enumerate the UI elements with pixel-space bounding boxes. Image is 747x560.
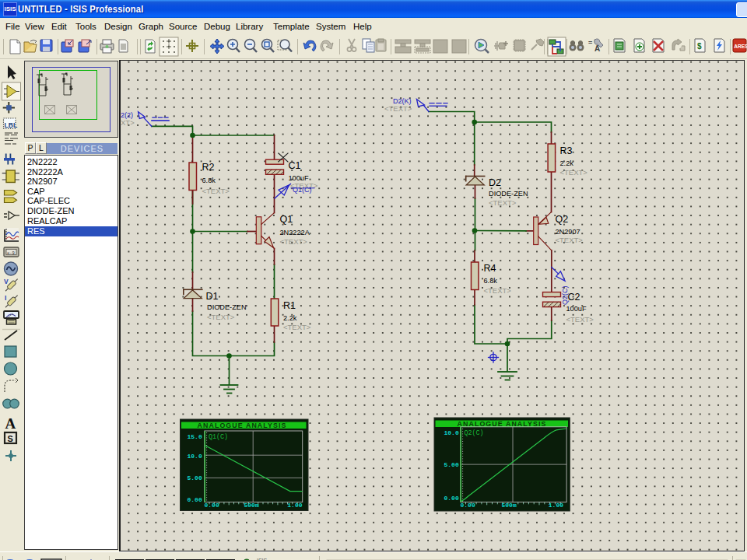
svg-text:Q1(C): Q1(C) [293, 186, 312, 194]
svg-text:1.00: 1.00 [549, 502, 563, 509]
svg-text:<TEXT>: <TEXT> [484, 286, 512, 295]
svg-text:6.8k: 6.8k [202, 177, 216, 184]
svg-text:S: S [8, 434, 13, 443]
svg-text:0.00: 0.00 [461, 502, 475, 509]
svg-text:2.2k: 2.2k [560, 159, 574, 167]
svg-text:$: $ [697, 42, 702, 51]
svg-text:1.00: 1.00 [287, 502, 302, 509]
svg-text:500m: 500m [244, 502, 259, 509]
svg-text:A: A [5, 415, 16, 432]
svg-text:Q1(C): Q1(C) [209, 433, 228, 440]
svg-text:<TEXT>: <TEXT> [384, 104, 412, 113]
svg-text:<TEXT>: <TEXT> [556, 236, 584, 244]
svg-text:DIODE-ZEN: DIODE-ZEN [489, 190, 528, 198]
svg-text:6.8k: 6.8k [484, 277, 498, 285]
svg-text:Q2: Q2 [556, 214, 569, 225]
svg-text:R3: R3 [560, 145, 573, 156]
svg-text:XT>: XT> [121, 118, 135, 127]
svg-text:LBL: LBL [5, 121, 18, 129]
svg-text:C2: C2 [568, 292, 580, 303]
svg-text:Q2(C): Q2(C) [465, 429, 484, 436]
svg-text:<TEXT>: <TEXT> [489, 198, 517, 207]
svg-text:100uF: 100uF [566, 305, 587, 313]
svg-text:DIODE-ZEN: DIODE-ZEN [207, 303, 247, 311]
svg-text:V: V [4, 278, 9, 285]
svg-text:ANALOGUE ANALYSIS: ANALOGUE ANALYSIS [458, 420, 547, 428]
svg-text:5.00: 5.00 [444, 461, 459, 468]
svg-text:0.00: 0.00 [205, 502, 219, 509]
svg-text:C1: C1 [289, 160, 301, 171]
svg-text:e-9: e-9 [7, 250, 15, 256]
svg-text:<TEXT>: <TEXT> [280, 237, 308, 246]
svg-text:15.0: 15.0 [188, 433, 202, 440]
svg-text:R4: R4 [484, 263, 496, 274]
svg-text:D2: D2 [489, 177, 501, 188]
svg-text:ANALOGUE ANALYSIS: ANALOGUE ANALYSIS [198, 422, 287, 429]
svg-text:R1: R1 [283, 300, 296, 311]
svg-text:0.00: 0.00 [444, 495, 459, 502]
svg-text:10.0: 10.0 [188, 453, 202, 460]
svg-text:5.00: 5.00 [188, 474, 202, 481]
svg-text:10.0: 10.0 [444, 429, 459, 436]
svg-text:2.2k: 2.2k [283, 314, 297, 322]
svg-text:Q2(C): Q2(C) [561, 285, 569, 305]
svg-text:D2(K): D2(K) [393, 97, 412, 105]
svg-text:2N2222A: 2N2222A [280, 229, 310, 236]
svg-text:<TEXT>: <TEXT> [283, 323, 311, 331]
svg-text:A: A [594, 44, 600, 53]
svg-text:<TEXT>: <TEXT> [207, 313, 235, 321]
svg-text:2(2): 2(2) [121, 111, 133, 119]
svg-text:R2: R2 [202, 162, 215, 173]
svg-text:<TEXT>: <TEXT> [566, 315, 594, 324]
svg-text:=: = [588, 39, 592, 47]
svg-text:ARES: ARES [734, 44, 747, 49]
svg-text:100uF: 100uF [289, 174, 309, 182]
svg-text:500m: 500m [502, 502, 517, 509]
svg-text:Q1: Q1 [280, 214, 293, 225]
svg-text:I: I [5, 294, 6, 302]
svg-text:<TEXT>: <TEXT> [560, 168, 588, 177]
svg-text:0.00: 0.00 [188, 496, 202, 503]
svg-text:2N2907: 2N2907 [556, 228, 580, 236]
svg-text:D1: D1 [206, 291, 219, 302]
svg-text:<TEXT>: <TEXT> [202, 187, 230, 195]
